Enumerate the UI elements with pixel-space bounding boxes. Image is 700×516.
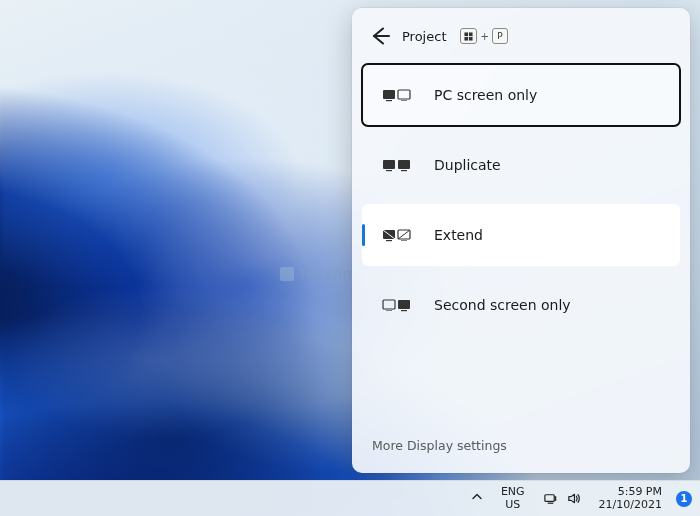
svg-rect-7: [401, 100, 407, 101]
option-extend[interactable]: Extend: [362, 204, 680, 266]
option-label: PC screen only: [434, 87, 537, 103]
tray-clock[interactable]: 5:59 PM 21/10/2021: [595, 486, 666, 511]
second-screen-only-icon: [382, 297, 416, 313]
notification-badge[interactable]: 1: [676, 491, 692, 507]
tray-status-icons[interactable]: [539, 491, 585, 506]
svg-rect-16: [383, 300, 395, 309]
svg-rect-19: [401, 310, 407, 311]
option-label: Second screen only: [434, 297, 571, 313]
duplicate-icon: [382, 157, 416, 173]
svg-rect-11: [401, 170, 407, 171]
svg-rect-1: [469, 32, 473, 36]
network-icon[interactable]: [543, 491, 558, 506]
shortcut-hint: + P: [460, 28, 507, 44]
svg-rect-20: [544, 495, 553, 502]
svg-rect-18: [398, 300, 410, 309]
svg-rect-2: [465, 36, 469, 40]
svg-rect-13: [386, 240, 392, 241]
language-top: ENG: [501, 486, 525, 498]
svg-rect-9: [386, 170, 392, 171]
svg-rect-10: [398, 160, 410, 169]
svg-rect-15: [401, 240, 407, 241]
option-second-screen-only[interactable]: Second screen only: [362, 274, 680, 336]
pc-screen-only-icon: [382, 87, 416, 103]
taskbar: ENG US 5:59 PM 21/10/2021 1: [0, 480, 700, 516]
tray-date: 21/10/2021: [599, 499, 662, 512]
plus-separator: +: [479, 31, 489, 42]
panel-title: Project: [402, 29, 446, 44]
project-flyout: Project + P PC screen only: [352, 8, 690, 473]
svg-rect-6: [398, 90, 410, 99]
tray-overflow-chevron-icon[interactable]: [467, 491, 487, 506]
svg-rect-0: [465, 32, 469, 36]
extend-icon: [382, 227, 416, 243]
language-bottom: US: [501, 499, 525, 511]
volume-icon[interactable]: [566, 491, 581, 506]
option-label: Extend: [434, 227, 483, 243]
option-label: Duplicate: [434, 157, 501, 173]
more-display-settings-link[interactable]: More Display settings: [372, 438, 507, 453]
p-key: P: [492, 28, 508, 44]
svg-rect-4: [383, 90, 395, 99]
project-flyout-header: Project + P: [352, 18, 690, 64]
svg-rect-3: [469, 36, 473, 40]
back-arrow-icon[interactable]: [368, 24, 392, 48]
project-options-list: PC screen only Duplicate: [352, 64, 690, 336]
panel-footer: More Display settings: [352, 420, 690, 473]
tray-language[interactable]: ENG US: [497, 486, 529, 510]
option-duplicate[interactable]: Duplicate: [362, 134, 680, 196]
svg-rect-5: [386, 100, 392, 101]
option-pc-screen-only[interactable]: PC screen only: [362, 64, 680, 126]
svg-rect-8: [383, 160, 395, 169]
win-key-icon: [460, 28, 477, 44]
tray-time: 5:59 PM: [599, 486, 662, 499]
svg-rect-17: [386, 310, 392, 311]
